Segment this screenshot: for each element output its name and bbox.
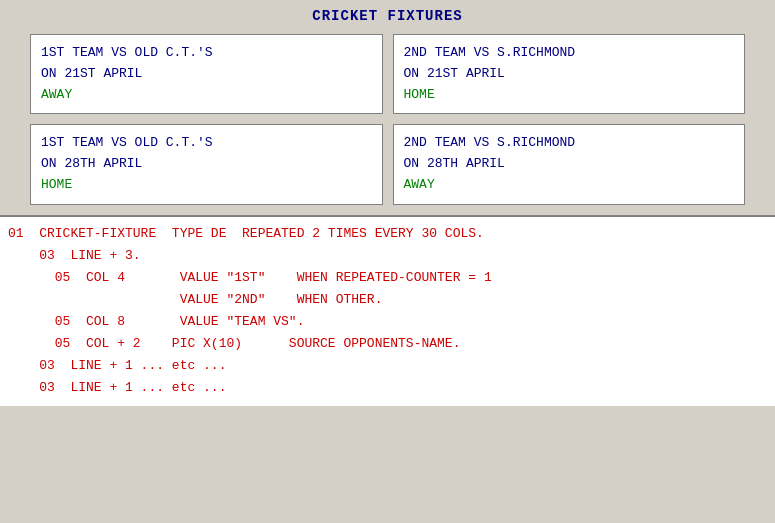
fixture-2-location: HOME xyxy=(404,85,735,106)
fixture-3-team: 1ST TEAM VS OLD C.T.'S xyxy=(41,133,372,154)
fixture-1-team: 1ST TEAM VS OLD C.T.'S xyxy=(41,43,372,64)
fixture-4-location: AWAY xyxy=(404,175,735,196)
fixture-box-2: 2ND TEAM VS S.RICHMOND ON 21ST APRIL HOM… xyxy=(393,34,746,114)
fixture-box-1: 1ST TEAM VS OLD C.T.'S ON 21ST APRIL AWA… xyxy=(30,34,383,114)
code-line-6: 05 COL + 2 PIC X(10) SOURCE OPPONENTS-NA… xyxy=(8,333,767,355)
code-line-5: 05 COL 8 VALUE "TEAM VS". xyxy=(8,311,767,333)
fixture-1-date: ON 21ST APRIL xyxy=(41,64,372,85)
fixture-4-date: ON 28TH APRIL xyxy=(404,154,735,175)
code-line-1: 01 CRICKET-FIXTURE TYPE DE REPEATED 2 TI… xyxy=(8,223,767,245)
page-title: CRICKET FIXTURES xyxy=(10,8,765,24)
fixture-3-date: ON 28TH APRIL xyxy=(41,154,372,175)
fixture-1-location: AWAY xyxy=(41,85,372,106)
code-line-7: 03 LINE + 1 ... etc ... xyxy=(8,355,767,377)
code-line-2: 03 LINE + 3. xyxy=(8,245,767,267)
fixture-2-date: ON 21ST APRIL xyxy=(404,64,735,85)
bottom-section: 01 CRICKET-FIXTURE TYPE DE REPEATED 2 TI… xyxy=(0,217,775,406)
fixture-box-3: 1ST TEAM VS OLD C.T.'S ON 28TH APRIL HOM… xyxy=(30,124,383,204)
top-section: CRICKET FIXTURES 1ST TEAM VS OLD C.T.'S … xyxy=(0,0,775,217)
fixtures-grid: 1ST TEAM VS OLD C.T.'S ON 21ST APRIL AWA… xyxy=(10,34,765,205)
fixture-box-4: 2ND TEAM VS S.RICHMOND ON 28TH APRIL AWA… xyxy=(393,124,746,204)
fixture-3-location: HOME xyxy=(41,175,372,196)
fixture-2-team: 2ND TEAM VS S.RICHMOND xyxy=(404,43,735,64)
fixture-4-team: 2ND TEAM VS S.RICHMOND xyxy=(404,133,735,154)
code-line-3: 05 COL 4 VALUE "1ST" WHEN REPEATED-COUNT… xyxy=(8,267,767,289)
code-line-4: VALUE "2ND" WHEN OTHER. xyxy=(8,289,767,311)
code-line-8: 03 LINE + 1 ... etc ... xyxy=(8,377,767,399)
